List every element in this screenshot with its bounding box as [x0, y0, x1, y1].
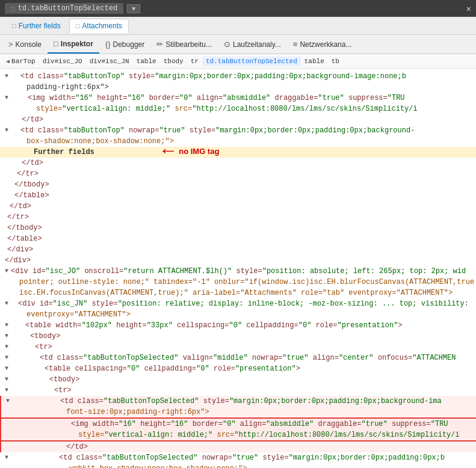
tab-further-fields-icon: □ [12, 22, 16, 29]
breadcrumb-bartop[interactable]: ◀ BarTop [2, 57, 39, 66]
code-content: ▼ <td class="tabButtonTop" style="margin… [0, 69, 476, 468]
expander-25[interactable]: ▼ [5, 331, 11, 342]
code-line-9: </td> [0, 158, 476, 168]
breadcrumb-table2-label: table [304, 58, 324, 65]
top-bar: ⬚ td.tabButtonTopSelected ▼ ✕ [0, 0, 476, 17]
breadcrumb-back-arrow: ◀ [6, 58, 10, 65]
tool-laufzeitanaly[interactable]: ⊙ Laufzeitanaly... [218, 35, 287, 54]
expander-26[interactable]: ▼ [5, 342, 11, 353]
code-line-4: style="vertical-align: middle;" src="htt… [0, 103, 476, 114]
code-line-37: -webkit-box-shadow:none;box-shadow:none;… [0, 463, 476, 468]
expander-36[interactable]: ▼ [5, 452, 11, 463]
code-line-28: ▼ <table cellspacing="0" cellpadding="0"… [0, 363, 476, 374]
code-line-25: ▼ <tbody> [0, 331, 476, 342]
debugger-icon: {} [105, 40, 111, 49]
expander-29[interactable]: ▼ [5, 374, 11, 385]
code-text-9: </td> [22, 158, 43, 168]
code-text-25: <tbody> [30, 331, 60, 342]
breadcrumb-tr-label: tr [191, 58, 199, 65]
code-text-28: <table cellspacing="0" cellpadding="0" r… [45, 363, 300, 374]
breadcrumb-td-tab[interactable]: td.tabButtonTopSelected [202, 57, 301, 66]
code-line-36: ▼ <td class="tabButtonTopSelected" nowra… [0, 452, 476, 463]
tab-attachments-label: Attachments [82, 22, 122, 30]
code-text-26: <tr> [35, 342, 52, 353]
expander-19[interactable]: ▼ [5, 266, 11, 277]
code-text-15: </tbody> [7, 223, 42, 233]
breadcrumb-tbody-label: tbody [164, 58, 184, 65]
code-line-13: </td> [0, 201, 476, 212]
tab-attachments[interactable]: □ Attachments [69, 19, 129, 33]
code-line-14: </tr> [0, 212, 476, 223]
netzwerkkana-icon: ≡ [293, 40, 298, 49]
code-line-23: eventproxy="ATTACHMENT"> [0, 309, 476, 320]
code-line-33: <img width="16" height="16" border="0" a… [0, 417, 476, 430]
expander-31[interactable]: ▼ [6, 396, 12, 407]
code-text-4: style="vertical-align: middle;" src="htt… [36, 103, 418, 114]
breadcrumb-div-isc-jn[interactable]: div#isc_JN [86, 57, 133, 66]
tool-konsole-label: Konsole [16, 40, 42, 49]
tool-inspektor-label: Inspektor [61, 40, 93, 48]
close-button[interactable]: ✕ [466, 4, 471, 14]
code-text-13: </td> [10, 201, 31, 212]
code-line-32: font-size:0px;padding-right:6px"> [0, 407, 476, 417]
code-text-22: <div id="isc_JN" style="position: relati… [18, 298, 469, 309]
code-text-14: </tr> [7, 212, 29, 223]
tool-laufzeitanaly-label: Laufzeitanaly... [233, 40, 281, 49]
code-line-2: padding-right:6px"> [0, 82, 476, 93]
expander-24[interactable]: ▼ [5, 320, 11, 331]
code-text-7: box-shadow:none;box-shadow:none;"> [26, 136, 174, 147]
breadcrumb-tbody[interactable]: tbody [160, 57, 187, 66]
tab-further-fields-label: Further fields [19, 22, 61, 30]
laufzeitanaly-icon: ⊙ [224, 40, 230, 49]
expander-30[interactable]: ▼ [5, 385, 11, 396]
expander-1[interactable]: ▼ [5, 71, 11, 82]
code-text-21: isc.EH.focusInCanvas(ATTACHMENT,true);" … [19, 288, 453, 298]
expander-3[interactable]: ▼ [5, 93, 11, 103]
tool-stilbearbeitu[interactable]: ✏ Stilbearbeitu... [150, 35, 218, 54]
top-bar-left: ⬚ td.tabButtonTopSelected ▼ [5, 3, 140, 14]
code-line-34: style="vertical-align: middle;" src="htt… [0, 430, 476, 442]
cursor-icon: ⬚ [11, 5, 15, 13]
expander-22[interactable]: ▼ [5, 298, 11, 309]
code-text-16: </table> [7, 233, 42, 244]
dropdown-button[interactable]: ▼ [127, 4, 140, 13]
breadcrumb-table2[interactable]: table [301, 57, 328, 66]
code-line-20: pointer; outline-style: none;" tabindex=… [0, 277, 476, 288]
breadcrumb-div-isc-jo-label: div#isc_JO [43, 58, 82, 65]
window-title: ⬚ td.tabButtonTopSelected [5, 3, 123, 14]
code-text-34: style="vertical-align: middle;" src="htt… [78, 430, 460, 440]
expander-28[interactable]: ▼ [5, 363, 11, 374]
code-line-3: ▼ <img width="16" height="16" border="0"… [0, 93, 476, 103]
code-text-11: </tbody> [14, 179, 49, 190]
tab-further-fields[interactable]: □ Further fields [6, 19, 67, 32]
code-line-35: </td> [0, 442, 476, 452]
code-line-7: box-shadow:none;box-shadow:none;"> [0, 136, 476, 147]
code-text-31: <td class="tabButtonTopSelected" style="… [60, 396, 442, 407]
tool-debugger-label: Debugger [113, 40, 145, 49]
code-text-33: <img width="16" height="16" border="0" a… [71, 419, 448, 430]
devtools-toolbar: > Konsole □ Inspektor {} Debugger ✏ Stil… [0, 35, 476, 54]
code-line-19: ▼ <div id="isc_JO" onscroll="return ATTA… [0, 266, 476, 277]
code-line-11: </tbody> [0, 179, 476, 190]
tool-debugger[interactable]: {} Debugger [99, 35, 150, 54]
code-text-18: </div> [5, 255, 31, 266]
breadcrumb-div-isc-jo[interactable]: div#isc_JO [39, 57, 86, 66]
tool-netzwerkkana[interactable]: ≡ Netzwerkkana... [287, 35, 358, 54]
code-line-10: </tr> [0, 168, 476, 179]
breadcrumb-table-label: table [137, 58, 156, 65]
konsole-icon: > [8, 40, 13, 49]
breadcrumb-tr[interactable]: tr [187, 57, 202, 66]
code-text-10: </tr> [17, 168, 39, 179]
code-panel: ▼ <td class="tabButtonTop" style="margin… [0, 69, 476, 468]
expander-6[interactable]: ▼ [5, 125, 11, 136]
breadcrumb-table[interactable]: table [133, 57, 160, 66]
code-text-27: <td class="tabButtonTopSelected" valign=… [40, 353, 456, 363]
breadcrumb-tb[interactable]: tb [328, 57, 343, 66]
code-text-5: </td> [22, 114, 43, 125]
tool-inspektor[interactable]: □ Inspektor [48, 35, 99, 54]
code-line-15: </tbody> [0, 223, 476, 233]
tool-konsole[interactable]: > Konsole [2, 35, 48, 54]
expander-27[interactable]: ▼ [5, 353, 11, 363]
code-text-19: <div id="isc_JO" onscroll="return ATTACH… [11, 266, 466, 277]
code-line-5: </td> [0, 114, 476, 125]
